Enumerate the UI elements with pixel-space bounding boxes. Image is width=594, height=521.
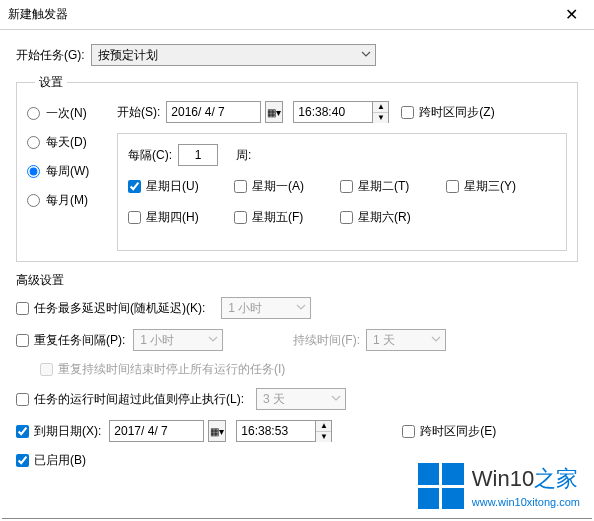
day-sun[interactable]: 星期日(U)	[128, 178, 218, 195]
chevron-down-icon	[296, 302, 306, 312]
day-sat[interactable]: 星期六(R)	[340, 209, 430, 226]
chevron-down-icon	[361, 49, 371, 59]
repeat-checkbox[interactable]: 重复任务间隔(P):	[16, 332, 125, 349]
spinner-up-icon: ▲	[373, 102, 388, 113]
expire-checkbox[interactable]: 到期日期(X):	[16, 423, 101, 440]
chevron-down-icon	[331, 393, 341, 403]
expire-sync-checkbox[interactable]: 跨时区同步(E)	[402, 423, 496, 440]
day-thu[interactable]: 星期四(H)	[128, 209, 218, 226]
dialog-content: 开始任务(G): 按预定计划 设置 一次(N) 每天(D) 每周(W) 每月(M…	[0, 30, 594, 491]
day-fri[interactable]: 星期五(F)	[234, 209, 324, 226]
enabled-checkbox[interactable]: 已启用(B)	[16, 452, 86, 469]
expire-time-spinner[interactable]: ▲▼	[316, 420, 332, 442]
adv-delay-row: 任务最多延迟时间(随机延迟)(K): 1 小时	[16, 297, 578, 319]
window-title: 新建触发器	[8, 6, 68, 23]
adv-expire-row: 到期日期(X): 2017/ 4/ 7 ▦▾ 16:38:53 ▲▼ 跨时区同步…	[16, 420, 578, 442]
settings-fieldset: 设置 一次(N) 每天(D) 每周(W) 每月(M) 开始(S): 2016/ …	[16, 74, 578, 262]
bottom-border	[2, 518, 592, 519]
begin-task-value: 按预定计划	[98, 47, 158, 64]
stop-after-checkbox[interactable]: 任务的运行时间超过此值则停止执行(L):	[16, 391, 244, 408]
radio-weekly[interactable]: 每周(W)	[27, 163, 117, 180]
advanced-section: 高级设置 任务最多延迟时间(随机延迟)(K): 1 小时 重复任务间隔(P): …	[16, 272, 578, 469]
day-wed[interactable]: 星期三(Y)	[446, 178, 536, 195]
expire-time-input[interactable]: 16:38:53	[236, 420, 316, 442]
calendar-icon: ▦▾	[210, 426, 224, 437]
start-label: 开始(S):	[117, 104, 160, 121]
weekly-panel: 每隔(C): 1 周: 星期日(U) 星期一(A) 星期二(T) 星期三(Y) …	[117, 133, 567, 251]
chevron-down-icon	[431, 334, 441, 344]
spinner-up-icon: ▲	[316, 421, 331, 432]
day-mon[interactable]: 星期一(A)	[234, 178, 324, 195]
start-date-input[interactable]: 2016/ 4/ 7	[166, 101, 261, 123]
days-row-2: 星期四(H) 星期五(F) 星期六(R)	[128, 209, 556, 234]
adv-stop-end-row: 重复持续时间结束时停止所有运行的任务(I)	[16, 361, 578, 378]
sync-checkbox[interactable]: 跨时区同步(Z)	[401, 104, 494, 121]
watermark: Win10之家 www.win10xitong.com	[418, 463, 580, 509]
radio-daily[interactable]: 每天(D)	[27, 134, 117, 151]
settings-legend: 设置	[35, 74, 67, 91]
adv-repeat-row: 重复任务间隔(P): 1 小时 持续时间(F): 1 天	[16, 329, 578, 351]
radio-monthly[interactable]: 每月(M)	[27, 192, 117, 209]
days-row-1: 星期日(U) 星期一(A) 星期二(T) 星期三(Y)	[128, 178, 556, 203]
expire-date-input[interactable]: 2017/ 4/ 7	[109, 420, 204, 442]
interval-row: 每隔(C): 1 周:	[128, 144, 556, 166]
close-icon: ✕	[565, 6, 578, 23]
start-time-input[interactable]: 16:38:40	[293, 101, 373, 123]
repeat-select[interactable]: 1 小时	[133, 329, 223, 351]
spinner-down-icon: ▼	[373, 113, 388, 123]
begin-task-combo[interactable]: 按预定计划	[91, 44, 376, 66]
advanced-title: 高级设置	[16, 272, 578, 289]
radio-once[interactable]: 一次(N)	[27, 105, 117, 122]
delay-checkbox[interactable]: 任务最多延迟时间(随机延迟)(K):	[16, 300, 205, 317]
begin-task-label: 开始任务(G):	[16, 47, 85, 64]
schedule-radios: 一次(N) 每天(D) 每周(W) 每月(M)	[27, 101, 117, 251]
windows-logo-icon	[418, 463, 464, 509]
duration-label: 持续时间(F):	[293, 332, 360, 349]
expire-calendar-button[interactable]: ▦▾	[208, 420, 226, 442]
interval-unit: 周:	[236, 147, 251, 164]
calendar-icon: ▦▾	[267, 107, 281, 118]
delay-select[interactable]: 1 小时	[221, 297, 311, 319]
calendar-button[interactable]: ▦▾	[265, 101, 283, 123]
duration-select[interactable]: 1 天	[366, 329, 446, 351]
interval-input[interactable]: 1	[178, 144, 218, 166]
begin-task-row: 开始任务(G): 按预定计划	[16, 44, 578, 66]
spinner-down-icon: ▼	[316, 432, 331, 442]
adv-stop-after-row: 任务的运行时间超过此值则停止执行(L): 3 天	[16, 388, 578, 410]
chevron-down-icon	[208, 334, 218, 344]
start-row: 开始(S): 2016/ 4/ 7 ▦▾ 16:38:40 ▲▼ 跨时区同步(Z…	[117, 101, 567, 123]
start-time-spinner[interactable]: ▲▼	[373, 101, 389, 123]
stop-at-end-checkbox: 重复持续时间结束时停止所有运行的任务(I)	[40, 361, 285, 378]
titlebar: 新建触发器 ✕	[0, 0, 594, 30]
watermark-url: www.win10xitong.com	[472, 496, 580, 508]
day-tue[interactable]: 星期二(T)	[340, 178, 430, 195]
stop-after-select[interactable]: 3 天	[256, 388, 346, 410]
interval-label: 每隔(C):	[128, 147, 172, 164]
watermark-brand: Win10之家	[472, 464, 580, 494]
close-button[interactable]: ✕	[549, 0, 594, 30]
